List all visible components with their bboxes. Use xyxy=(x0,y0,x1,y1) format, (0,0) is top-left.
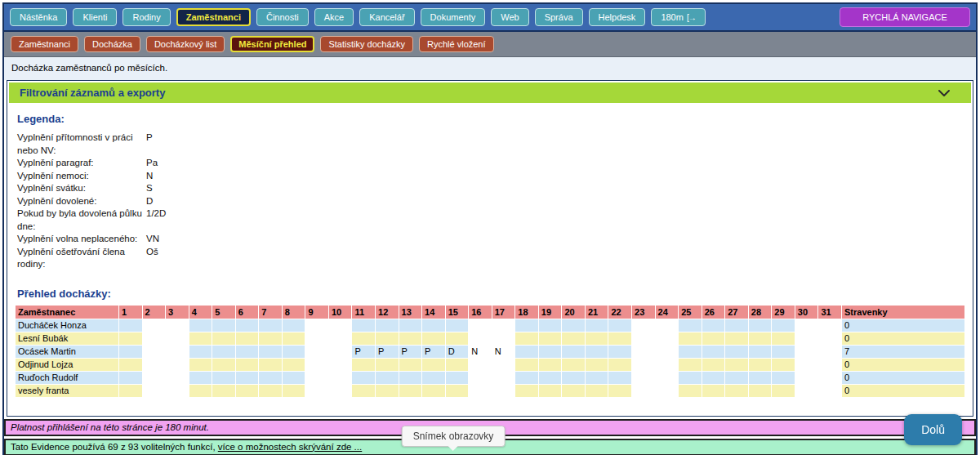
day-cell xyxy=(749,372,772,384)
day-cell xyxy=(679,359,702,371)
day-cell xyxy=(539,332,562,345)
day-cell xyxy=(515,319,538,332)
day-cell xyxy=(702,319,725,332)
day-cell xyxy=(679,319,702,332)
sub-toolbar: ZaměstnanciDocházkaDocházkový listMěsíčn… xyxy=(4,32,976,57)
day-cell xyxy=(446,359,469,371)
scroll-down-button[interactable]: Dolů xyxy=(904,414,962,445)
day-cell xyxy=(608,372,631,384)
col-header-employee: Zaměstnanec xyxy=(16,306,118,319)
day-cell xyxy=(795,346,818,358)
toolbar-item-zamestnanci[interactable]: Zaměstnanci xyxy=(11,36,78,52)
day-cell xyxy=(492,385,515,397)
day-cell xyxy=(469,372,492,384)
day-cell xyxy=(539,319,562,332)
legend-rows: Vyplnění přítomnosti v práci nebo NV:PVy… xyxy=(17,132,963,271)
day-cell xyxy=(679,385,702,397)
day-cell xyxy=(725,385,748,397)
chevron-down-icon[interactable] xyxy=(938,89,951,97)
legend-label: Pokud by byla dovolená půlku dne: xyxy=(17,207,146,233)
toolbar-item-rychle-vlozeni[interactable]: Rychlé vložení xyxy=(419,36,494,52)
day-cell xyxy=(725,372,748,384)
day-cell xyxy=(795,359,818,371)
day-cell xyxy=(446,319,469,332)
stravenky-value: 0 xyxy=(842,372,964,384)
toolbar-item-statistiky-dochazky[interactable]: Statistiky docházky xyxy=(320,36,413,52)
day-cell xyxy=(632,346,655,358)
col-header-day-14: 14 xyxy=(422,306,445,319)
stravenky-value: 0 xyxy=(842,359,964,371)
day-cell xyxy=(283,319,305,332)
nav-item-web[interactable]: Web xyxy=(491,8,528,26)
day-cell xyxy=(143,359,166,371)
day-cell xyxy=(305,372,328,384)
day-cell xyxy=(656,319,679,332)
session-timer-label: 180m xyxy=(661,12,684,22)
nav-item-helpdesk[interactable]: Helpdesk xyxy=(589,8,646,26)
day-cell xyxy=(212,385,235,397)
day-cell xyxy=(283,346,305,358)
col-header-day-28: 28 xyxy=(749,306,772,319)
day-cell xyxy=(166,332,189,345)
employee-name: Ruďoch Rudolf xyxy=(16,372,118,384)
day-cell xyxy=(329,319,352,332)
nav-item-sprava[interactable]: Správa xyxy=(535,8,583,26)
day-cell xyxy=(702,359,725,371)
filter-export-header[interactable]: Filtrování záznamů a exporty xyxy=(9,83,971,103)
legend-label: Vyplnění svátku: xyxy=(17,182,146,195)
day-cell xyxy=(632,385,655,397)
day-cell xyxy=(725,319,748,332)
legend-row: Vyplnění svátku:S xyxy=(17,182,963,195)
main-panel: Filtrování záznamů a exporty Legenda: Vy… xyxy=(7,80,973,417)
day-cell xyxy=(399,319,422,332)
day-cell xyxy=(725,346,748,358)
toolbar-item-mesicni-prehled[interactable]: Měsíční přehled xyxy=(230,36,314,52)
legend-row: Vyplnění volna neplaceného:VN xyxy=(17,233,963,246)
day-cell xyxy=(656,359,679,371)
quick-navigation-button[interactable]: RYCHLÁ NAVIGACE xyxy=(840,7,970,27)
nav-item-zamestnanci[interactable]: Zaměstnanci xyxy=(176,8,251,26)
nav-item-nastenka[interactable]: Nástěnka xyxy=(10,8,67,26)
day-cell xyxy=(795,332,818,345)
day-cell xyxy=(469,385,492,397)
day-cell: P xyxy=(352,346,375,358)
day-cell xyxy=(702,372,725,384)
day-cell xyxy=(236,385,259,397)
day-cell xyxy=(189,346,212,358)
legend-label: Vyplnění volna neplaceného: xyxy=(17,233,146,246)
col-header-day-8: 8 xyxy=(283,306,305,319)
hide-options-link[interactable]: více o možnostech skrývání zde ... xyxy=(218,442,362,452)
nav-item-klienti[interactable]: Klienti xyxy=(73,8,117,26)
col-header-day-12: 12 xyxy=(376,306,399,319)
legend-value: S xyxy=(146,182,153,195)
toolbar-item-dochazkovy-list[interactable]: Docházkový list xyxy=(146,36,225,52)
day-cell xyxy=(818,372,841,384)
day-cell xyxy=(725,332,748,345)
attendance-row-lesni-bubak: Lesní Bubák0 xyxy=(16,332,964,345)
attendance-title: Přehled docházky: xyxy=(7,274,973,305)
evidence-notice-text: Tato Evidence používá 69 z 93 volitelnýc… xyxy=(11,442,218,452)
legend-label: Vyplnění dovolené: xyxy=(17,195,146,208)
nav-item-kancelar[interactable]: Kancelář xyxy=(359,8,414,26)
day-cell: N xyxy=(492,346,515,358)
session-timer-button[interactable]: 180m[→ xyxy=(651,8,705,26)
day-cell xyxy=(212,346,235,358)
day-cell xyxy=(189,359,212,371)
nav-item-dokumenty[interactable]: Dokumenty xyxy=(421,8,486,26)
legend-section: Legenda: Vyplnění přítomnosti v práci ne… xyxy=(7,105,973,274)
day-cell xyxy=(166,385,189,397)
day-cell: P xyxy=(399,346,422,358)
col-header-day-30: 30 xyxy=(795,306,818,319)
filter-export-title: Filtrování záznamů a exporty xyxy=(20,87,165,99)
toolbar-item-dochazka[interactable]: Docházka xyxy=(84,36,140,52)
day-cell xyxy=(702,385,725,397)
nav-item-akce[interactable]: Akce xyxy=(314,8,354,26)
day-cell: N xyxy=(469,346,492,358)
day-cell xyxy=(632,372,655,384)
nav-item-rodiny[interactable]: Rodiny xyxy=(122,8,170,26)
day-cell xyxy=(259,332,282,345)
day-cell xyxy=(749,359,772,371)
nav-item-cinnosti[interactable]: Činnosti xyxy=(256,8,309,26)
day-cell xyxy=(119,372,142,384)
day-cell xyxy=(772,385,795,397)
